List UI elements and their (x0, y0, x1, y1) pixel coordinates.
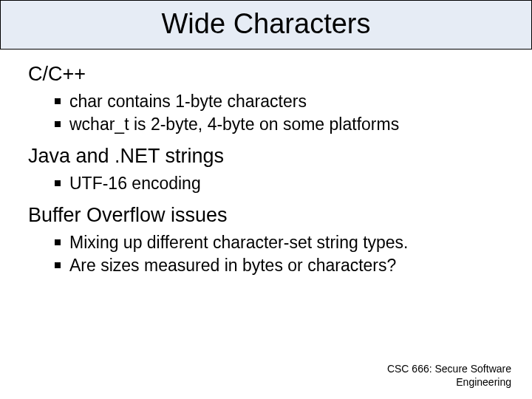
list-item: Mixing up different character-set string… (55, 231, 504, 254)
slide-footer: CSC 666: Secure Software Engineering (387, 363, 511, 389)
bullet-list-ccpp: char contains 1-byte characters wchar_t … (28, 90, 504, 136)
list-item: UTF-16 encoding (55, 172, 504, 195)
bullet-list-buffer-overflow: Mixing up different character-set string… (28, 231, 504, 277)
footer-line: Engineering (387, 376, 511, 389)
slide-content: C/C++ char contains 1-byte characters wc… (0, 50, 532, 277)
bullet-list-java-net: UTF-16 encoding (28, 172, 504, 195)
list-item: wchar_t is 2-byte, 4-byte on some platfo… (55, 113, 504, 136)
section-heading-ccpp: C/C++ (28, 63, 504, 86)
title-bar: Wide Characters (0, 0, 532, 50)
list-item: Are sizes measured in bytes or character… (55, 254, 504, 277)
section-heading-buffer-overflow: Buffer Overflow issues (28, 204, 504, 227)
section-heading-java-net: Java and .NET strings (28, 145, 504, 168)
footer-line: CSC 666: Secure Software (387, 363, 511, 376)
list-item: char contains 1-byte characters (55, 90, 504, 113)
slide-title: Wide Characters (1, 8, 531, 40)
